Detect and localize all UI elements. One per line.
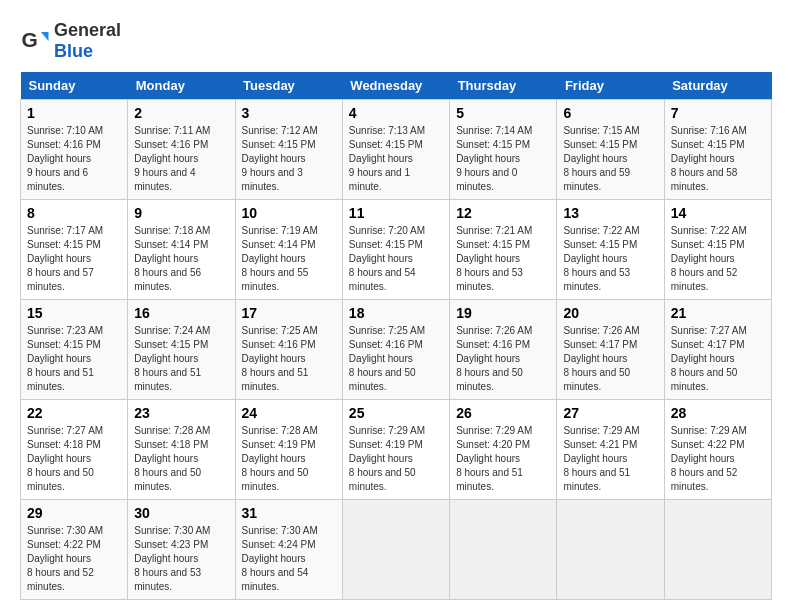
day-number: 12 <box>456 205 550 221</box>
calendar-cell: 22 Sunrise: 7:27 AM Sunset: 4:18 PM Dayl… <box>21 400 128 500</box>
day-number: 8 <box>27 205 121 221</box>
day-number: 9 <box>134 205 228 221</box>
calendar-cell: 12 Sunrise: 7:21 AM Sunset: 4:15 PM Dayl… <box>450 200 557 300</box>
day-info: Sunrise: 7:13 AM Sunset: 4:15 PM Dayligh… <box>349 125 425 192</box>
calendar-cell: 18 Sunrise: 7:25 AM Sunset: 4:16 PM Dayl… <box>342 300 449 400</box>
day-number: 5 <box>456 105 550 121</box>
day-info: Sunrise: 7:29 AM Sunset: 4:20 PM Dayligh… <box>456 425 532 492</box>
calendar-cell: 13 Sunrise: 7:22 AM Sunset: 4:15 PM Dayl… <box>557 200 664 300</box>
day-number: 28 <box>671 405 765 421</box>
day-number: 17 <box>242 305 336 321</box>
calendar-header-row: Sunday Monday Tuesday Wednesday Thursday… <box>21 72 772 100</box>
svg-text:G: G <box>22 28 38 51</box>
calendar-table: Sunday Monday Tuesday Wednesday Thursday… <box>20 72 772 600</box>
calendar-cell: 3 Sunrise: 7:12 AM Sunset: 4:15 PM Dayli… <box>235 100 342 200</box>
day-number: 25 <box>349 405 443 421</box>
calendar-week-row: 8 Sunrise: 7:17 AM Sunset: 4:15 PM Dayli… <box>21 200 772 300</box>
calendar-cell: 24 Sunrise: 7:28 AM Sunset: 4:19 PM Dayl… <box>235 400 342 500</box>
calendar-cell: 9 Sunrise: 7:18 AM Sunset: 4:14 PM Dayli… <box>128 200 235 300</box>
day-info: Sunrise: 7:28 AM Sunset: 4:19 PM Dayligh… <box>242 425 318 492</box>
calendar-cell: 16 Sunrise: 7:24 AM Sunset: 4:15 PM Dayl… <box>128 300 235 400</box>
day-info: Sunrise: 7:29 AM Sunset: 4:22 PM Dayligh… <box>671 425 747 492</box>
calendar-cell <box>450 500 557 600</box>
day-info: Sunrise: 7:23 AM Sunset: 4:15 PM Dayligh… <box>27 325 103 392</box>
day-info: Sunrise: 7:27 AM Sunset: 4:17 PM Dayligh… <box>671 325 747 392</box>
col-tuesday: Tuesday <box>235 72 342 100</box>
day-info: Sunrise: 7:12 AM Sunset: 4:15 PM Dayligh… <box>242 125 318 192</box>
calendar-cell: 26 Sunrise: 7:29 AM Sunset: 4:20 PM Dayl… <box>450 400 557 500</box>
day-info: Sunrise: 7:26 AM Sunset: 4:17 PM Dayligh… <box>563 325 639 392</box>
logo-text: General Blue <box>54 20 121 62</box>
day-info: Sunrise: 7:14 AM Sunset: 4:15 PM Dayligh… <box>456 125 532 192</box>
calendar-cell: 14 Sunrise: 7:22 AM Sunset: 4:15 PM Dayl… <box>664 200 771 300</box>
calendar-cell: 8 Sunrise: 7:17 AM Sunset: 4:15 PM Dayli… <box>21 200 128 300</box>
calendar-cell: 11 Sunrise: 7:20 AM Sunset: 4:15 PM Dayl… <box>342 200 449 300</box>
day-info: Sunrise: 7:22 AM Sunset: 4:15 PM Dayligh… <box>671 225 747 292</box>
day-number: 20 <box>563 305 657 321</box>
calendar-cell: 27 Sunrise: 7:29 AM Sunset: 4:21 PM Dayl… <box>557 400 664 500</box>
logo-icon: G <box>20 26 50 56</box>
calendar-cell: 28 Sunrise: 7:29 AM Sunset: 4:22 PM Dayl… <box>664 400 771 500</box>
calendar-cell: 17 Sunrise: 7:25 AM Sunset: 4:16 PM Dayl… <box>235 300 342 400</box>
svg-marker-1 <box>41 32 49 41</box>
day-number: 18 <box>349 305 443 321</box>
day-info: Sunrise: 7:25 AM Sunset: 4:16 PM Dayligh… <box>349 325 425 392</box>
day-info: Sunrise: 7:30 AM Sunset: 4:23 PM Dayligh… <box>134 525 210 592</box>
day-info: Sunrise: 7:22 AM Sunset: 4:15 PM Dayligh… <box>563 225 639 292</box>
day-number: 1 <box>27 105 121 121</box>
day-info: Sunrise: 7:17 AM Sunset: 4:15 PM Dayligh… <box>27 225 103 292</box>
day-info: Sunrise: 7:30 AM Sunset: 4:22 PM Dayligh… <box>27 525 103 592</box>
calendar-week-row: 22 Sunrise: 7:27 AM Sunset: 4:18 PM Dayl… <box>21 400 772 500</box>
calendar-cell: 23 Sunrise: 7:28 AM Sunset: 4:18 PM Dayl… <box>128 400 235 500</box>
calendar-cell: 25 Sunrise: 7:29 AM Sunset: 4:19 PM Dayl… <box>342 400 449 500</box>
calendar-cell: 31 Sunrise: 7:30 AM Sunset: 4:24 PM Dayl… <box>235 500 342 600</box>
day-number: 31 <box>242 505 336 521</box>
calendar-cell <box>557 500 664 600</box>
day-number: 21 <box>671 305 765 321</box>
day-info: Sunrise: 7:28 AM Sunset: 4:18 PM Dayligh… <box>134 425 210 492</box>
col-monday: Monday <box>128 72 235 100</box>
day-number: 26 <box>456 405 550 421</box>
day-number: 16 <box>134 305 228 321</box>
day-info: Sunrise: 7:15 AM Sunset: 4:15 PM Dayligh… <box>563 125 639 192</box>
day-number: 11 <box>349 205 443 221</box>
col-thursday: Thursday <box>450 72 557 100</box>
day-number: 13 <box>563 205 657 221</box>
col-friday: Friday <box>557 72 664 100</box>
calendar-cell <box>664 500 771 600</box>
day-number: 14 <box>671 205 765 221</box>
calendar-cell: 10 Sunrise: 7:19 AM Sunset: 4:14 PM Dayl… <box>235 200 342 300</box>
day-number: 27 <box>563 405 657 421</box>
calendar-cell <box>342 500 449 600</box>
logo: G General Blue <box>20 20 121 62</box>
calendar-cell: 19 Sunrise: 7:26 AM Sunset: 4:16 PM Dayl… <box>450 300 557 400</box>
day-info: Sunrise: 7:16 AM Sunset: 4:15 PM Dayligh… <box>671 125 747 192</box>
calendar-cell: 30 Sunrise: 7:30 AM Sunset: 4:23 PM Dayl… <box>128 500 235 600</box>
day-info: Sunrise: 7:25 AM Sunset: 4:16 PM Dayligh… <box>242 325 318 392</box>
day-info: Sunrise: 7:27 AM Sunset: 4:18 PM Dayligh… <box>27 425 103 492</box>
day-info: Sunrise: 7:30 AM Sunset: 4:24 PM Dayligh… <box>242 525 318 592</box>
calendar-cell: 7 Sunrise: 7:16 AM Sunset: 4:15 PM Dayli… <box>664 100 771 200</box>
day-number: 29 <box>27 505 121 521</box>
day-info: Sunrise: 7:29 AM Sunset: 4:19 PM Dayligh… <box>349 425 425 492</box>
day-info: Sunrise: 7:19 AM Sunset: 4:14 PM Dayligh… <box>242 225 318 292</box>
day-info: Sunrise: 7:11 AM Sunset: 4:16 PM Dayligh… <box>134 125 210 192</box>
day-info: Sunrise: 7:26 AM Sunset: 4:16 PM Dayligh… <box>456 325 532 392</box>
day-info: Sunrise: 7:24 AM Sunset: 4:15 PM Dayligh… <box>134 325 210 392</box>
day-number: 2 <box>134 105 228 121</box>
day-info: Sunrise: 7:20 AM Sunset: 4:15 PM Dayligh… <box>349 225 425 292</box>
calendar-week-row: 29 Sunrise: 7:30 AM Sunset: 4:22 PM Dayl… <box>21 500 772 600</box>
calendar-week-row: 1 Sunrise: 7:10 AM Sunset: 4:16 PM Dayli… <box>21 100 772 200</box>
day-number: 24 <box>242 405 336 421</box>
calendar-cell: 20 Sunrise: 7:26 AM Sunset: 4:17 PM Dayl… <box>557 300 664 400</box>
calendar-cell: 29 Sunrise: 7:30 AM Sunset: 4:22 PM Dayl… <box>21 500 128 600</box>
day-number: 10 <box>242 205 336 221</box>
calendar-cell: 2 Sunrise: 7:11 AM Sunset: 4:16 PM Dayli… <box>128 100 235 200</box>
calendar-cell: 1 Sunrise: 7:10 AM Sunset: 4:16 PM Dayli… <box>21 100 128 200</box>
calendar-cell: 21 Sunrise: 7:27 AM Sunset: 4:17 PM Dayl… <box>664 300 771 400</box>
calendar-week-row: 15 Sunrise: 7:23 AM Sunset: 4:15 PM Dayl… <box>21 300 772 400</box>
calendar-cell: 6 Sunrise: 7:15 AM Sunset: 4:15 PM Dayli… <box>557 100 664 200</box>
day-number: 6 <box>563 105 657 121</box>
calendar-cell: 5 Sunrise: 7:14 AM Sunset: 4:15 PM Dayli… <box>450 100 557 200</box>
day-info: Sunrise: 7:18 AM Sunset: 4:14 PM Dayligh… <box>134 225 210 292</box>
